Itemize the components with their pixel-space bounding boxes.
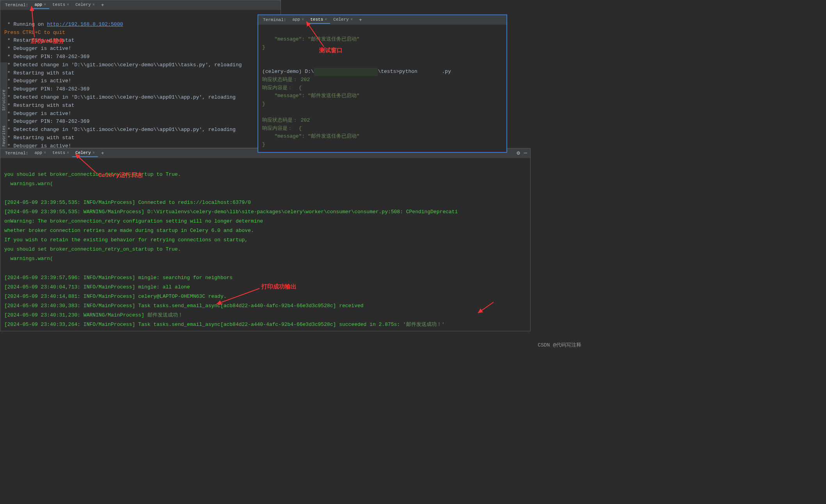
- log-line: * Restarting with stat: [4, 135, 74, 141]
- log-line: whether broker connection retries are ma…: [4, 228, 254, 233]
- log-line: }: [262, 101, 265, 107]
- log-line: [2024-05-09 23:40:30,383: INFO/MainProce…: [4, 303, 364, 309]
- panel-toolbar: ⚙ —: [517, 150, 527, 156]
- log-line: [2024-05-09 23:40:14,881: INFO/MainProce…: [4, 294, 227, 299]
- log-line: 响应内容是： {: [262, 85, 302, 91]
- log-line: [2024-05-09 23:39:55,535: WARNING/MainPr…: [4, 209, 458, 215]
- add-tab-button[interactable]: +: [98, 150, 107, 156]
- terminal-output-tests: "message": "邮件发送任务已启动" } (celery-demo) D…: [258, 25, 506, 159]
- log-line: * Detected change in 'D:\\git.imooc\\cel…: [4, 127, 236, 133]
- close-icon[interactable]: ×: [302, 18, 304, 22]
- sidebar-structure[interactable]: Structure: [2, 88, 6, 112]
- log-line: [2024-05-09 23:40:04,713: INFO/MainProce…: [4, 284, 190, 290]
- panel-app-terminal: Terminal: app× tests× Celery× + * Runnin…: [0, 0, 281, 148]
- close-icon[interactable]: ×: [92, 151, 95, 155]
- log-line: }: [262, 44, 265, 50]
- log-line: * Restarting with stat: [4, 70, 74, 76]
- log-line: warnings.warn(: [4, 181, 53, 187]
- tab-app[interactable]: app×: [289, 16, 307, 24]
- tab-celery[interactable]: Celery×: [72, 149, 98, 157]
- log-line: 响应内容是： {: [262, 126, 302, 131]
- panel-celery-terminal: Terminal: app× tests× Celery× + ⚙ — you …: [0, 148, 531, 331]
- panel-tests-terminal: Terminal: app× tests× Celery× + "message…: [258, 14, 507, 153]
- log-line: * Debugger PIN: 748-262-369: [4, 118, 89, 124]
- tab-tests[interactable]: tests×: [307, 16, 330, 24]
- tab-celery[interactable]: Celery×: [72, 1, 98, 9]
- log-line: [262, 109, 265, 115]
- close-icon[interactable]: ×: [350, 18, 353, 22]
- log-line: * Debugger PIN: 748-262-369: [4, 54, 89, 60]
- log-line: * Detected change in 'D:\\git.imooc\\cel…: [4, 62, 242, 68]
- ide-sidebar-left: Structure Favorites: [0, 62, 7, 148]
- log-line: * Debugger is active!: [4, 111, 71, 117]
- log-line: * Running on: [4, 21, 47, 27]
- tab-app[interactable]: app×: [31, 149, 49, 157]
- watermark-text: CSDN @代码写注释: [538, 341, 581, 348]
- log-line: }: [262, 141, 265, 147]
- log-line: warnings.warn(: [4, 256, 53, 262]
- log-line: 响应状态码是： 202: [262, 117, 310, 123]
- tab-bar-topright: Terminal: app× tests× Celery× +: [258, 15, 506, 25]
- close-icon[interactable]: ×: [67, 3, 69, 7]
- terminal-label: Terminal:: [2, 3, 31, 7]
- log-line: * Detected change in 'D:\\git.imooc\\cel…: [4, 94, 236, 100]
- tab-celery[interactable]: Celery×: [330, 16, 356, 24]
- terminal-output-app: * Running on http://192.168.8.102:5000 P…: [0, 10, 281, 169]
- log-line: [4, 190, 7, 196]
- log-line: "message": "邮件发送任务已启动": [262, 36, 360, 42]
- log-line: "message": "邮件发送任务已启动": [262, 93, 360, 99]
- log-line: [4, 265, 7, 271]
- minimize-icon[interactable]: —: [524, 150, 527, 156]
- log-line: 响应状态码是： 202: [262, 77, 310, 83]
- log-line: * Debugger is active!: [4, 46, 71, 51]
- log-line: you should set broker_connection_retry_o…: [4, 246, 181, 252]
- close-icon[interactable]: ×: [92, 3, 95, 7]
- close-icon[interactable]: ×: [67, 151, 69, 155]
- log-line: [2024-05-09 23:39:55,535: INFO/MainProce…: [4, 200, 251, 205]
- log-line: Press CTRL+C to quit: [4, 30, 65, 35]
- add-tab-button[interactable]: +: [98, 2, 107, 8]
- log-line: onWarning: The broker_connection_retry c…: [4, 218, 263, 224]
- log-line: If you wish to retain the existing behav…: [4, 237, 248, 243]
- close-icon[interactable]: ×: [325, 18, 327, 22]
- log-line: [262, 52, 265, 58]
- close-icon[interactable]: ×: [44, 151, 46, 155]
- terminal-label: Terminal:: [2, 151, 31, 156]
- log-line: * Debugger is active!: [4, 78, 71, 84]
- add-tab-button[interactable]: +: [356, 17, 365, 23]
- terminal-output-celery: you should set broker_connection_retry_o…: [0, 158, 530, 341]
- server-url-link[interactable]: http://192.168.8.102:5000: [47, 21, 123, 27]
- tab-app[interactable]: app×: [31, 1, 49, 9]
- log-line: [2024-05-09 23:40:31,230: WARNING/MainPr…: [4, 312, 183, 318]
- log-line: "message": "邮件发送任务已启动": [262, 133, 360, 139]
- tab-tests[interactable]: tests×: [49, 1, 72, 9]
- log-line: [262, 60, 265, 66]
- log-line: * Debugger PIN: 748-262-369: [4, 86, 89, 92]
- log-line: * Restarting with stat: [4, 37, 74, 43]
- log-line: [2024-05-09 23:40:33,264: INFO/MainProce…: [4, 322, 445, 327]
- terminal-label: Terminal:: [260, 18, 289, 22]
- prompt-line: (celery-demo) D:\xxxxxxxxx xxxx xxxx\tes…: [262, 69, 451, 74]
- gear-icon[interactable]: ⚙: [517, 150, 520, 156]
- sidebar-favorites[interactable]: Favorites: [2, 124, 6, 148]
- close-icon[interactable]: ×: [44, 3, 46, 7]
- tab-tests[interactable]: tests×: [49, 149, 72, 157]
- log-line: * Restarting with stat: [4, 103, 74, 108]
- log-line: you should set broker_connection_retry_o…: [4, 172, 181, 177]
- log-line: [2024-05-09 23:39:57,596: INFO/MainProce…: [4, 275, 233, 281]
- tab-bar-topleft: Terminal: app× tests× Celery× +: [0, 0, 281, 10]
- redacted-path: xxxxxxxxx xxxx xxxx: [314, 68, 378, 76]
